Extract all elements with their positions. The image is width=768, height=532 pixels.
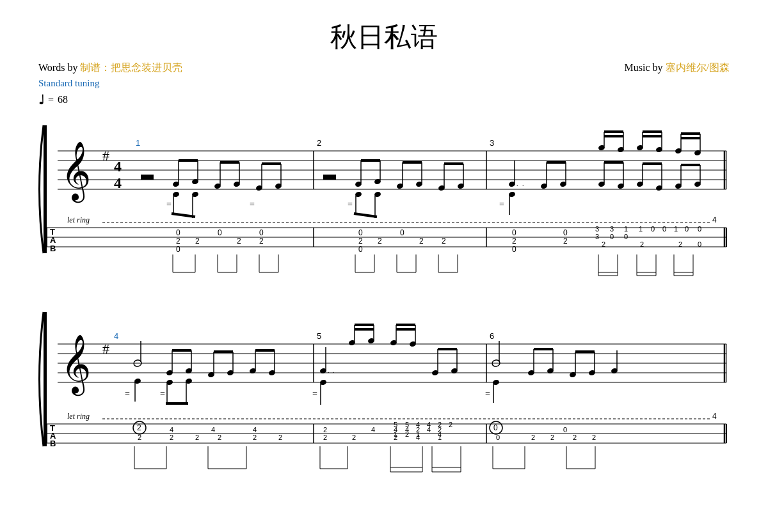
- svg-text:=: =: [166, 199, 172, 209]
- tempo-note-icon: ♩: [38, 92, 44, 107]
- svg-text:4: 4: [114, 175, 122, 191]
- svg-text:0: 0: [563, 228, 568, 237]
- svg-text:0: 0: [176, 245, 180, 254]
- svg-text:0: 0: [400, 228, 404, 237]
- svg-text:0: 0: [176, 228, 180, 237]
- svg-text:6: 6: [490, 331, 494, 341]
- page: 秋日私语 Words by 制谱：把思念装进贝壳 Music by 塞内维尔/图…: [0, 0, 768, 532]
- svg-text:2: 2: [237, 237, 241, 246]
- svg-text:2: 2: [358, 237, 363, 246]
- svg-text:B: B: [50, 439, 56, 448]
- music-by-section: Music by 塞内维尔/图森: [625, 61, 730, 75]
- svg-rect-17: [141, 175, 154, 180]
- svg-text:𝄞: 𝄞: [61, 142, 91, 203]
- svg-text:2: 2: [573, 434, 577, 441]
- svg-text:2: 2: [137, 423, 141, 432]
- svg-text:0: 0: [259, 228, 264, 237]
- svg-text:2: 2: [550, 434, 554, 441]
- svg-text:2: 2: [378, 237, 382, 246]
- svg-text:2: 2: [563, 237, 568, 246]
- svg-text:=: =: [499, 199, 504, 209]
- svg-text:2: 2: [195, 434, 199, 441]
- svg-text:2: 2: [195, 237, 200, 246]
- svg-text:.: .: [516, 180, 518, 187]
- svg-text:3: 3: [610, 225, 614, 233]
- svg-text:2: 2: [442, 237, 446, 246]
- svg-text:4: 4: [253, 426, 257, 434]
- svg-text:0: 0: [563, 426, 567, 434]
- svg-text:4: 4: [114, 158, 122, 175]
- music-by-label: Music by: [625, 62, 663, 73]
- svg-rect-41: [323, 175, 336, 180]
- svg-text:.: .: [333, 367, 335, 374]
- svg-text:0: 0: [493, 423, 498, 432]
- svg-text:2: 2: [678, 240, 682, 248]
- svg-text:2: 2: [352, 434, 356, 441]
- tempo-bpm: 68: [58, 94, 68, 106]
- svg-text:1: 1: [438, 434, 442, 441]
- svg-text:2: 2: [419, 237, 424, 246]
- svg-text:#: #: [102, 148, 109, 164]
- svg-text:0: 0: [685, 225, 689, 233]
- svg-text:2: 2: [531, 434, 535, 441]
- staff-system-1: 𝄞 # 4 4 1 2 3: [38, 113, 730, 294]
- svg-text:4: 4: [170, 426, 173, 434]
- svg-text:2: 2: [405, 430, 409, 438]
- svg-text:1: 1: [674, 225, 678, 233]
- svg-text:=: =: [348, 199, 353, 209]
- svg-text:let ring: let ring: [67, 215, 90, 224]
- svg-text:2: 2: [449, 421, 452, 428]
- svg-text:.: .: [328, 367, 330, 374]
- tempo-section: ♩ = 68: [38, 92, 730, 107]
- svg-text:0: 0: [358, 228, 363, 237]
- svg-text:0: 0: [662, 225, 666, 233]
- svg-text:4: 4: [371, 426, 375, 434]
- svg-line-38: [172, 214, 195, 217]
- svg-text:2: 2: [323, 434, 327, 441]
- svg-text:let ring: let ring: [67, 412, 90, 421]
- music-by-author: 塞内维尔/图森: [666, 62, 730, 73]
- svg-text:3: 3: [595, 225, 599, 233]
- page-title: 秋日私语: [38, 19, 730, 55]
- svg-text:4: 4: [427, 426, 431, 434]
- tempo-equals: =: [48, 94, 54, 106]
- svg-text:4: 4: [416, 434, 420, 441]
- svg-text:2: 2: [602, 240, 605, 248]
- svg-text:0: 0: [624, 233, 628, 240]
- svg-text:=: =: [125, 389, 130, 398]
- svg-text:=: =: [312, 389, 317, 398]
- svg-text:0: 0: [610, 233, 614, 240]
- svg-text:2: 2: [170, 434, 173, 441]
- svg-text:0: 0: [651, 225, 655, 233]
- svg-text:2: 2: [253, 434, 257, 441]
- svg-text:4: 4: [211, 426, 215, 434]
- svg-text:2: 2: [592, 434, 596, 441]
- svg-text:2: 2: [278, 434, 282, 441]
- svg-text:1: 1: [639, 225, 643, 233]
- svg-text:1: 1: [136, 138, 140, 148]
- words-by-section: Words by 制谱：把思念装进贝壳: [38, 61, 182, 75]
- staff-system-2: 𝄞 # 4 5 6: [38, 299, 730, 500]
- svg-text:2: 2: [323, 426, 327, 434]
- svg-text:B: B: [50, 244, 56, 253]
- svg-text:0: 0: [218, 228, 222, 237]
- svg-text:2: 2: [259, 237, 264, 246]
- svg-text:=: =: [485, 389, 490, 398]
- staff-svg-1: 𝄞 # 4 4 1 2 3: [38, 113, 730, 292]
- svg-text:0: 0: [512, 228, 516, 237]
- words-by-author: 制谱：把思念装进贝壳: [80, 62, 182, 73]
- svg-line-61: [354, 214, 377, 217]
- svg-text:3: 3: [490, 138, 494, 148]
- svg-text:1: 1: [624, 225, 628, 233]
- svg-text:2: 2: [512, 237, 516, 246]
- svg-text:.: .: [522, 180, 524, 187]
- svg-text:4: 4: [712, 215, 717, 224]
- svg-text:#: #: [102, 341, 109, 357]
- tuning-label: Standard tuning: [38, 78, 730, 89]
- svg-text:2: 2: [394, 434, 397, 441]
- svg-text:2: 2: [218, 434, 221, 441]
- svg-text:0: 0: [698, 225, 701, 233]
- meta-row: Words by 制谱：把思念装进贝壳 Music by 塞内维尔/图森: [38, 61, 730, 75]
- words-by-label: Words by: [38, 62, 77, 73]
- svg-text:=: =: [250, 199, 255, 209]
